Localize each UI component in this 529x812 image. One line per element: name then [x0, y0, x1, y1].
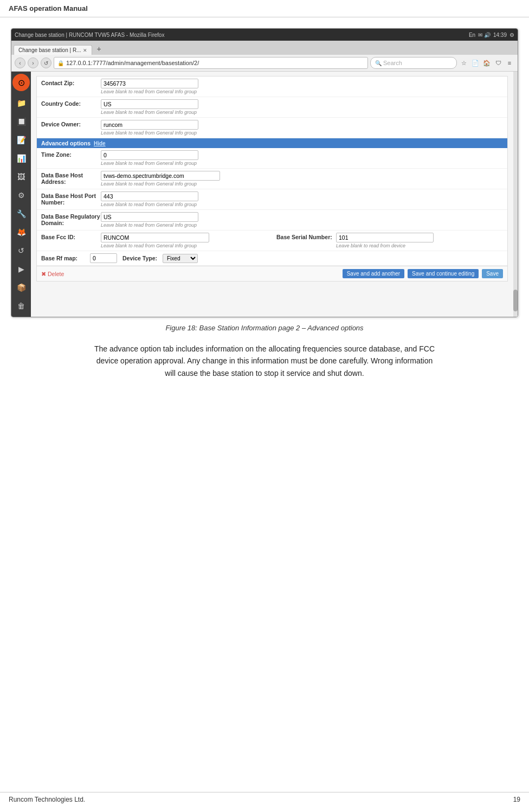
- address-bar[interactable]: 🔒 127.0.0.1:7777/admin/management/basest…: [54, 57, 368, 69]
- sidebar-item-tools[interactable]: 🔧: [12, 205, 30, 222]
- tab-label: Change base station | R...: [18, 47, 81, 53]
- db-port-hint: Leave blank to read from General Info gr…: [101, 202, 503, 207]
- country-code-field-group: Leave blank to read from General Info gr…: [101, 99, 503, 115]
- db-port-row: Data Base Host Port Number: Leave blank …: [37, 189, 507, 210]
- time-zone-input[interactable]: [101, 150, 198, 160]
- time-zone-hint: Leave blank to read from General Info gr…: [101, 161, 503, 166]
- footer-company: Runcom Technologies Ltd.: [9, 796, 85, 803]
- device-type-select[interactable]: Fixed Mode_1 Mode_2: [163, 254, 198, 263]
- home-icon[interactable]: 🏠: [482, 58, 492, 68]
- delete-icon: ✖: [41, 271, 46, 277]
- db-host-address-field-group: Leave blank to read from General Info gr…: [101, 171, 503, 187]
- sidebar-item-firefox[interactable]: 🦊: [12, 223, 30, 241]
- sidebar-item-calc[interactable]: 📊: [12, 150, 30, 167]
- advanced-hide-link[interactable]: Hide: [94, 140, 106, 146]
- forward-button[interactable]: ›: [28, 57, 38, 68]
- save-continue-button[interactable]: Save and continue editing: [408, 269, 479, 278]
- sidebar-item-files[interactable]: 📁: [12, 94, 30, 112]
- browser-window: Change base station | RUNCOM TVW5 AFAS -…: [11, 28, 518, 317]
- base-fcc-field-group: Leave blank to read from General Info gr…: [101, 233, 268, 248]
- db-regulatory-input[interactable]: [101, 212, 198, 222]
- text-editor-icon: 📝: [17, 136, 26, 144]
- sidebar: ⊙ 📁 🔲 📝 📊 🖼 ⚙: [11, 72, 31, 317]
- os-topbar-left: Change base station | RUNCOM TVW5 AFAS -…: [15, 32, 164, 38]
- country-code-label: Country Code:: [41, 99, 101, 107]
- contact-zip-row: Contact Zip: Leave blank to read from Ge…: [37, 76, 507, 97]
- contact-zip-label: Contact Zip:: [41, 79, 101, 86]
- sidebar-item-dash[interactable]: 🔲: [12, 113, 30, 130]
- sidebar-item-text[interactable]: 📝: [12, 131, 30, 149]
- db-host-address-hint: Leave blank to read from General Info gr…: [101, 181, 503, 187]
- os-gear-icon: ⚙: [509, 32, 514, 38]
- db-host-address-label: Data Base Host Address:: [41, 171, 101, 185]
- country-code-input[interactable]: [101, 99, 198, 109]
- db-regulatory-field-group: Leave blank to read from General Info gr…: [101, 212, 503, 228]
- device-owner-label: Device Owner:: [41, 120, 101, 127]
- sidebar-item-terminal[interactable]: ▶: [12, 260, 30, 278]
- os-topbar-right: En ✉ 🔊 14:39 ⚙: [469, 32, 514, 38]
- sidebar-item-image[interactable]: 🖼: [12, 168, 30, 186]
- shield-icon[interactable]: 🛡: [493, 58, 503, 68]
- new-tab-button[interactable]: +: [93, 43, 104, 55]
- sidebar-item-ubuntu[interactable]: ⊙: [12, 74, 30, 91]
- body-text: The advance option tab includes informat…: [80, 343, 449, 379]
- save-button[interactable]: Save: [482, 269, 503, 278]
- base-serial-hint: Leave blank to read from device: [336, 243, 503, 248]
- tab-close-icon[interactable]: ✕: [83, 48, 87, 53]
- form-footer: ✖ Delete Save and add another Save and c…: [37, 266, 507, 281]
- browser-body: ⊙ 📁 🔲 📝 📊 🖼 ⚙: [11, 72, 518, 317]
- contact-zip-input[interactable]: [101, 79, 198, 88]
- footer-page: 19: [513, 796, 520, 803]
- time-zone-row: Time Zone: Leave blank to read from Gene…: [37, 148, 507, 169]
- search-bar[interactable]: 🔍 Search: [370, 57, 457, 69]
- save-add-button[interactable]: Save and add another: [343, 269, 404, 278]
- package-icon: 📦: [17, 283, 26, 292]
- star-icon[interactable]: ☆: [459, 58, 469, 68]
- reload-button[interactable]: ↺: [41, 57, 51, 68]
- time-zone-field-group: Leave blank to read from General Info gr…: [101, 150, 503, 166]
- double-row: Base Fcc ID: Leave blank to read from Ge…: [37, 231, 507, 251]
- document-title: AFAS operation Manual: [9, 4, 88, 12]
- document-header: AFAS operation Manual: [0, 0, 529, 17]
- db-port-input[interactable]: [101, 191, 198, 201]
- figure-caption: Figure 18: Base Station Information page…: [11, 324, 518, 332]
- base-serial-col: Base Serial Number: Leave blank to read …: [272, 231, 507, 251]
- browser-tab-active[interactable]: Change base station | R... ✕: [14, 45, 92, 55]
- delete-label: Delete: [48, 271, 64, 277]
- nav-icons: ☆ 📄 🏠 🛡 ≡: [459, 58, 514, 68]
- dash-icon: 🔲: [17, 117, 26, 126]
- delete-button[interactable]: ✖ Delete: [41, 271, 64, 277]
- document-footer: Runcom Technologies Ltd. 19: [0, 792, 529, 807]
- base-rf-map-input[interactable]: [90, 253, 117, 263]
- firefox-icon: 🦊: [17, 228, 26, 236]
- base-serial-label: Base Serial Number:: [276, 233, 336, 240]
- os-time: 14:39: [493, 32, 507, 38]
- sidebar-item-settings[interactable]: ⚙: [12, 187, 30, 204]
- base-rf-map-label: Base Rf map:: [41, 255, 85, 261]
- bookmark-icon[interactable]: 📄: [470, 58, 480, 68]
- country-code-row: Country Code: Leave blank to read from G…: [37, 97, 507, 118]
- base-fcc-input[interactable]: [101, 233, 209, 242]
- files-icon: 📁: [17, 99, 26, 107]
- terminal-icon: ▶: [18, 265, 24, 273]
- scrollbar[interactable]: [513, 72, 518, 317]
- sidebar-item-package[interactable]: 📦: [12, 279, 30, 296]
- address-text: 127.0.0.1:7777/admin/management/basestat…: [66, 60, 199, 66]
- db-regulatory-label: Data Base Regulatory Domain:: [41, 212, 101, 226]
- device-owner-field-group: Leave blank to read from General Info gr…: [101, 120, 503, 136]
- device-owner-input[interactable]: [101, 120, 198, 130]
- base-serial-input[interactable]: [336, 233, 434, 242]
- contact-zip-field-group: Leave blank to read from General Info gr…: [101, 79, 503, 94]
- db-host-address-row: Data Base Host Address: Leave blank to r…: [37, 169, 507, 189]
- scrollbar-thumb[interactable]: [513, 290, 518, 311]
- sidebar-item-refresh[interactable]: ↺: [12, 242, 30, 259]
- document-body: Change base station | RUNCOM TVW5 AFAS -…: [0, 17, 529, 390]
- sidebar-item-trash[interactable]: 🗑: [12, 297, 30, 315]
- db-regulatory-hint: Leave blank to read from General Info gr…: [101, 222, 503, 228]
- db-port-field-group: Leave blank to read from General Info gr…: [101, 191, 503, 207]
- db-host-address-input[interactable]: [101, 171, 220, 181]
- os-lang: En: [469, 32, 475, 38]
- menu-icon[interactable]: ≡: [505, 58, 514, 68]
- back-button[interactable]: ‹: [15, 57, 25, 68]
- browser-tabs: Change base station | R... ✕ +: [11, 41, 518, 55]
